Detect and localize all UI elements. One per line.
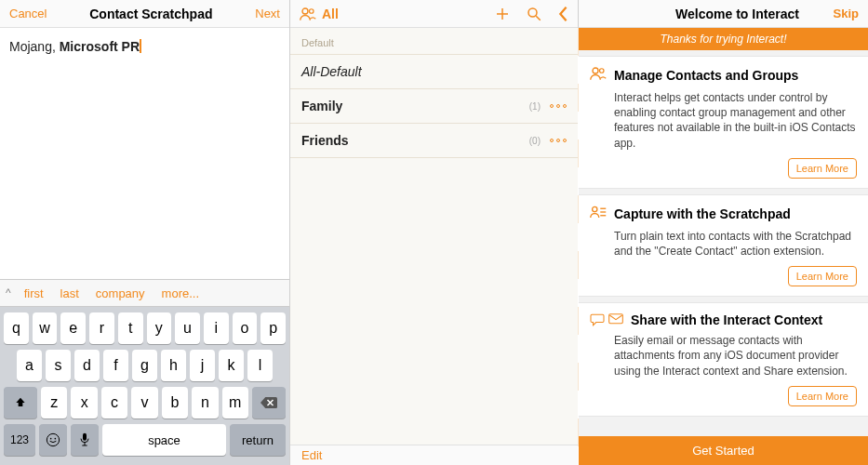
- feature-card: Manage Contacts and Groups Interact help…: [579, 56, 868, 189]
- group-name: All-Default: [301, 64, 567, 79]
- group-row[interactable]: All-Default: [290, 55, 578, 89]
- group-count: (0): [529, 136, 541, 146]
- microphone-icon: [79, 432, 90, 447]
- chat-icon: [590, 313, 623, 326]
- nav-bar: Welcome to Interact Skip: [579, 0, 868, 28]
- envelope-icon: [608, 313, 623, 325]
- emoji-key[interactable]: [39, 424, 67, 456]
- key-u[interactable]: u: [175, 312, 200, 344]
- nav-title: Contact Scratchpad: [89, 7, 212, 21]
- group-row[interactable]: Friends (0): [290, 124, 578, 158]
- get-started-button[interactable]: Get Started: [579, 436, 868, 465]
- cancel-button[interactable]: Cancel: [9, 7, 47, 20]
- dictation-key[interactable]: [71, 424, 99, 456]
- learn-more-button[interactable]: Learn More: [788, 386, 857, 406]
- text-cursor: [140, 39, 141, 53]
- key-b[interactable]: b: [162, 387, 188, 418]
- next-button[interactable]: Next: [255, 7, 280, 20]
- search-icon: [526, 6, 542, 22]
- suggest-last[interactable]: last: [57, 285, 83, 302]
- key-row-3: z x c v b n m: [4, 387, 286, 418]
- welcome-screen: Welcome to Interact Skip Thanks for tryi…: [579, 0, 868, 465]
- shift-key[interactable]: [4, 387, 37, 418]
- svg-point-0: [47, 433, 59, 445]
- backspace-key[interactable]: [252, 387, 286, 418]
- nav-title: Welcome to Interact: [675, 7, 799, 21]
- spacer: [0, 65, 289, 279]
- typed-text: Mojang,: [9, 39, 60, 54]
- key-h[interactable]: h: [161, 350, 186, 381]
- feature-card: Capture with the Scratchpad Turn plain t…: [579, 194, 868, 297]
- key-l[interactable]: l: [247, 350, 273, 381]
- add-button[interactable]: [494, 6, 511, 22]
- back-button[interactable]: [557, 6, 568, 22]
- card-title: Capture with the Scratchpad: [614, 206, 791, 221]
- card-title: Manage Contacts and Groups: [614, 68, 798, 83]
- all-label: All: [322, 7, 339, 21]
- learn-more-button[interactable]: Learn More: [788, 158, 857, 179]
- key-k[interactable]: k: [219, 350, 244, 381]
- learn-more-button[interactable]: Learn More: [788, 266, 857, 286]
- key-d[interactable]: d: [74, 350, 100, 381]
- scratchpad-textarea[interactable]: Mojang, Microsoft PR: [0, 28, 289, 65]
- space-key[interactable]: space: [102, 424, 226, 456]
- key-j[interactable]: j: [190, 350, 215, 381]
- skip-button[interactable]: Skip: [834, 7, 859, 20]
- people-icon: [590, 66, 607, 85]
- group-name: Friends: [301, 133, 529, 148]
- key-i[interactable]: i: [204, 312, 229, 344]
- svg-rect-18: [609, 314, 623, 324]
- svg-line-11: [536, 16, 541, 20]
- nav-bar: Cancel Contact Scratchpad Next: [0, 0, 289, 28]
- svg-point-2: [55, 438, 57, 440]
- card-title: Share with the Interact Context: [631, 312, 822, 327]
- card-body: Interact helps get contacts under contro…: [590, 90, 857, 151]
- svg-point-7: [310, 8, 314, 13]
- svg-rect-3: [83, 433, 87, 441]
- all-contacts-button[interactable]: All: [300, 7, 339, 21]
- key-r[interactable]: r: [89, 312, 114, 344]
- suggest-first[interactable]: first: [20, 285, 47, 302]
- section-header: Default: [290, 28, 578, 55]
- numbers-key[interactable]: 123: [4, 424, 35, 456]
- key-o[interactable]: o: [233, 312, 258, 344]
- more-icon[interactable]: [550, 104, 567, 108]
- key-c[interactable]: c: [101, 387, 127, 418]
- suggest-more[interactable]: more...: [158, 285, 203, 302]
- key-y[interactable]: y: [147, 312, 172, 344]
- key-v[interactable]: v: [131, 387, 157, 418]
- key-q[interactable]: q: [4, 312, 29, 344]
- key-a[interactable]: a: [17, 350, 42, 381]
- svg-point-6: [302, 8, 308, 14]
- key-f[interactable]: f: [103, 350, 128, 381]
- key-e[interactable]: e: [60, 312, 86, 344]
- thanks-banner: Thanks for trying Interact!: [579, 28, 868, 50]
- search-button[interactable]: [526, 6, 542, 22]
- key-n[interactable]: n: [192, 387, 218, 418]
- card-body: Turn plain text into contacts with the S…: [590, 229, 857, 259]
- svg-point-1: [50, 438, 52, 440]
- backspace-icon: [260, 396, 277, 409]
- key-w[interactable]: w: [33, 312, 58, 344]
- return-key[interactable]: return: [230, 424, 286, 456]
- feature-card: Share with the Interact Context Easily e…: [579, 302, 868, 417]
- key-p[interactable]: p: [260, 312, 286, 344]
- key-g[interactable]: g: [132, 350, 157, 381]
- scratchpad-screen: Cancel Contact Scratchpad Next Mojang, M…: [0, 0, 289, 465]
- key-m[interactable]: m: [222, 387, 248, 418]
- key-z[interactable]: z: [41, 387, 67, 418]
- caret-icon[interactable]: ^: [6, 286, 11, 299]
- groups-screen: All Default All-Default Family (1) Frien…: [289, 0, 579, 465]
- key-x[interactable]: x: [71, 387, 97, 418]
- card-body: Easily email or message contacts with at…: [590, 333, 857, 379]
- key-row-4: 123 space return: [4, 424, 286, 456]
- key-t[interactable]: t: [118, 312, 143, 344]
- shift-icon: [14, 396, 27, 409]
- key-s[interactable]: s: [46, 350, 71, 381]
- edit-button[interactable]: Edit: [301, 448, 322, 462]
- more-icon[interactable]: [550, 139, 567, 142]
- suggest-company[interactable]: company: [92, 285, 149, 302]
- group-row[interactable]: Family (1): [290, 89, 578, 124]
- chevron-left-icon: [557, 6, 568, 22]
- group-count: (1): [529, 101, 541, 112]
